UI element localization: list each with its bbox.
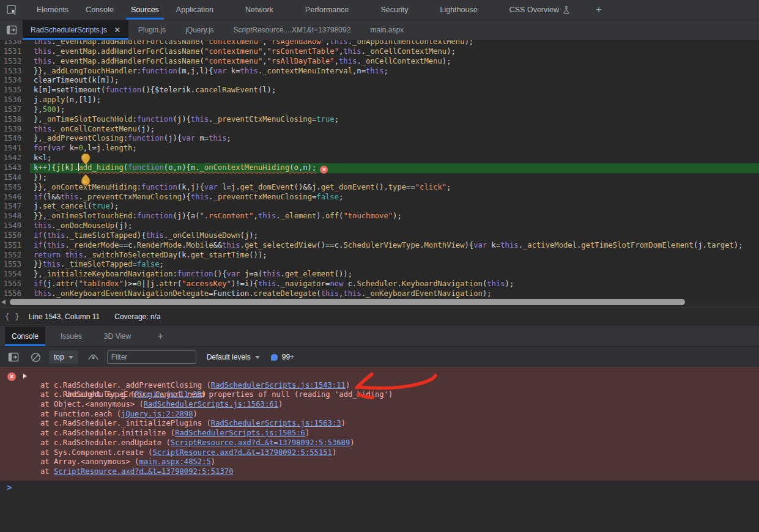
code-text[interactable]: k<l;: [21, 153, 759, 163]
file-tab-plugin-js[interactable]: Plugin.js: [128, 20, 176, 40]
line-number[interactable]: 1537: [0, 105, 21, 115]
tab-security[interactable]: Security: [372, 0, 417, 20]
line-number[interactable]: 1531: [0, 47, 21, 57]
file-tab-radschedulerscripts-js[interactable]: RadSchedulerScripts.js✕: [23, 20, 128, 40]
more-drawer-tools-button[interactable]: +: [151, 327, 169, 346]
code-text[interactable]: this._onCellContextMenu(j);: [21, 125, 759, 135]
scrollbar-thumb[interactable]: [10, 299, 685, 305]
console-prompt[interactable]: >: [0, 481, 759, 532]
more-tabs-button[interactable]: +: [590, 0, 608, 20]
source-location-link[interactable]: Plugin.js:11:33: [135, 390, 202, 399]
file-tab-jquery-js[interactable]: jQuery.js: [176, 20, 223, 40]
inspect-element-button[interactable]: [0, 0, 23, 20]
tab-lighthouse[interactable]: Lighthouse: [432, 0, 486, 20]
code-text[interactable]: }},_onContextMenuHiding:function(k,j){va…: [21, 183, 759, 193]
create-live-expression-button[interactable]: [87, 353, 99, 361]
code-text[interactable]: if(j.attr("tabIndex")>=0||j.attr("access…: [21, 279, 759, 289]
clear-console-button[interactable]: [31, 352, 41, 363]
code-text[interactable]: this._onDocMouseUp(j);: [21, 221, 759, 231]
line-number[interactable]: 1538: [0, 115, 21, 125]
code-text[interactable]: k++){j[k].add_hiding(function(o,n){m._on…: [30, 163, 759, 173]
tab-performance[interactable]: Performance: [297, 0, 358, 20]
code-text[interactable]: if(this._timeSlotTapped){this._onCellMou…: [21, 231, 759, 241]
code-text[interactable]: if(l&&this._preventCtxMenuClosing){this.…: [21, 193, 759, 202]
line-number[interactable]: 1555: [0, 279, 21, 289]
line-number[interactable]: 1544: [0, 173, 21, 183]
line-number[interactable]: 1532: [0, 57, 21, 67]
tab-sources[interactable]: Sources: [122, 0, 168, 20]
line-number[interactable]: 1556: [0, 289, 21, 298]
code-text[interactable]: },_initializeKeyboardNavigation:function…: [21, 270, 759, 279]
tab-css-overview[interactable]: CSS Overview: [501, 0, 579, 20]
line-number[interactable]: 1534: [0, 76, 21, 86]
code-text[interactable]: for(var k=0,l=j.length;: [21, 144, 759, 153]
scroll-left-arrow-icon[interactable]: [1, 300, 6, 305]
code-text[interactable]: j.set_cancel(true);: [21, 202, 759, 212]
line-number[interactable]: 1536: [0, 95, 21, 105]
tab-application[interactable]: Application: [168, 0, 222, 20]
toggle-navigator-button[interactable]: [0, 20, 23, 40]
line-number[interactable]: 1533: [0, 67, 21, 76]
line-number[interactable]: 1554: [0, 270, 21, 279]
console-filter-input[interactable]: [107, 350, 196, 364]
source-location-link[interactable]: RadSchedulerScripts.js:1563:3: [211, 419, 341, 427]
code-text[interactable]: this._onKeyboardEventNavigationDelegate=…: [21, 289, 759, 298]
javascript-context-selector[interactable]: top: [49, 350, 78, 364]
line-number[interactable]: 1548: [0, 212, 21, 221]
source-location-link[interactable]: ScriptResource.axd?d…&t=13798092:5:53689: [171, 438, 350, 447]
line-number[interactable]: 1542: [0, 153, 21, 163]
drawer-tab-3d-view[interactable]: 3D View: [97, 327, 138, 346]
pretty-print-button[interactable]: { }: [5, 312, 20, 321]
line-number[interactable]: 1549: [0, 221, 21, 231]
code-text[interactable]: });: [21, 173, 759, 183]
line-number[interactable]: 1550: [0, 231, 21, 241]
source-location-link[interactable]: RadSchedulerScripts.js:1563:61: [144, 400, 278, 408]
line-number[interactable]: 1535: [0, 86, 21, 95]
code-text[interactable]: j.apply(n,[l]);: [21, 95, 759, 105]
code-text[interactable]: }},_addLongTouchHandler:function(m,j,l){…: [21, 67, 759, 76]
code-text[interactable]: return this._switchToSelectedDay(k.get_s…: [21, 251, 759, 260]
code-text[interactable]: this._eventMap.addHandlerForClassName("c…: [21, 47, 759, 57]
code-text[interactable]: }}this._timeSlotTapped=false;: [21, 260, 759, 270]
source-location-link[interactable]: jQuery.js:2:2898: [121, 410, 193, 418]
file-tab-scriptresource-xm1-t-13798092[interactable]: ScriptResource....XM1&t=13798092: [224, 20, 361, 40]
code-text[interactable]: this._eventMap.addHandlerForClassName("c…: [21, 57, 759, 67]
source-editor[interactable]: 1530this._eventMap.addHandlerForClassNam…: [0, 40, 759, 298]
line-number[interactable]: 1551: [0, 241, 21, 251]
code-text[interactable]: }},_onTimeSlotTouchEnd:function(j){a(".r…: [21, 212, 759, 221]
tab-elements[interactable]: Elements: [28, 0, 77, 20]
tab-network[interactable]: Network: [237, 0, 282, 20]
code-text[interactable]: clearTimeout(k[m]);: [21, 76, 759, 86]
source-location-link[interactable]: RadSchedulerScripts.js:1505:6: [175, 429, 305, 437]
line-number[interactable]: 1541: [0, 144, 21, 153]
line-number[interactable]: 1545: [0, 183, 21, 193]
text-selection-handle-top[interactable]: [80, 153, 92, 166]
text-selection-handle-bottom[interactable]: [80, 173, 92, 185]
line-number[interactable]: 1552: [0, 251, 21, 260]
drawer-tab-console[interactable]: Console: [5, 327, 45, 346]
drawer-tab-issues[interactable]: Issues: [54, 327, 89, 346]
log-levels-dropdown[interactable]: Default levels: [207, 353, 260, 361]
code-text[interactable]: },_addPreventClosing:function(j){var m=t…: [21, 134, 759, 144]
line-number[interactable]: 1540: [0, 134, 21, 144]
close-tab-icon[interactable]: ✕: [113, 25, 122, 35]
code-text[interactable]: this._eventMap.addHandlerForClassName("c…: [21, 40, 759, 47]
line-number[interactable]: 1547: [0, 202, 21, 212]
tab-console[interactable]: Console: [77, 0, 122, 20]
source-location-link[interactable]: main.aspx:4852:5: [139, 457, 210, 466]
source-location-link[interactable]: RadSchedulerScripts.js:1543:11: [211, 381, 346, 390]
line-number[interactable]: 1546: [0, 193, 21, 202]
code-text[interactable]: if(this._renderMode==c.RenderMode.Mobile…: [21, 241, 759, 251]
source-location-link[interactable]: ScriptResource.axd?d…&t=13798092:5:51370: [54, 467, 234, 476]
code-text[interactable]: },500);: [21, 105, 759, 115]
expand-triangle-icon[interactable]: [23, 374, 27, 379]
line-number[interactable]: 1543: [0, 163, 21, 173]
line-number[interactable]: 1530: [0, 40, 21, 47]
code-text[interactable]: k[m]=setTimeout(function(){$telerik.canc…: [21, 86, 759, 95]
editor-horizontal-scrollbar[interactable]: [0, 298, 759, 307]
line-number[interactable]: 1553: [0, 260, 21, 270]
file-tab-main-aspx[interactable]: main.aspx: [360, 20, 413, 40]
console-message-count[interactable]: 99+: [270, 353, 294, 361]
source-location-link[interactable]: ScriptResource.axd?d…&t=13798092:5:55151: [152, 448, 332, 457]
line-number[interactable]: 1539: [0, 125, 21, 135]
